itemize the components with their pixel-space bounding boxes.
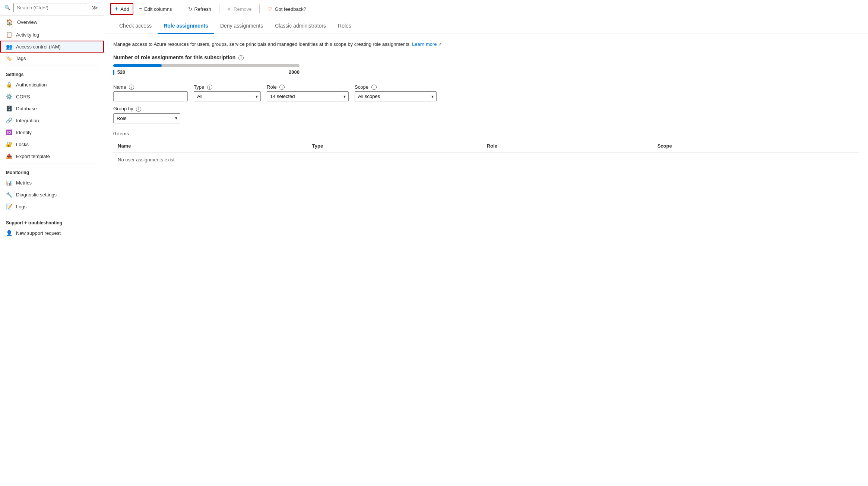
role-info-icon[interactable]: i — [279, 85, 285, 90]
sidebar-item-locks[interactable]: 🔐 Locks — [0, 138, 104, 150]
support-icon: 👤 — [6, 230, 12, 236]
sidebar-item-access-control[interactable]: 👥 Access control (IAM) — [0, 41, 104, 53]
type-filter-group: Type i All ▾ — [194, 84, 261, 102]
group-by-filter-group: Group by i Role ▾ — [113, 106, 180, 123]
toolbar: + Add ≡ Edit columns ↻ Refresh ✕ Remove … — [104, 0, 868, 18]
tab-check-access[interactable]: Check access — [113, 18, 158, 34]
role-filter-select[interactable]: 14 selected — [267, 91, 349, 101]
name-filter-input[interactable] — [113, 91, 188, 101]
body-content: Manage access to Azure resources for use… — [104, 34, 868, 174]
scope-select-wrapper: All scopes ▾ — [355, 91, 437, 101]
progress-bar-track — [113, 64, 300, 67]
progress-bar-fill — [113, 64, 162, 67]
tags-icon: 🏷️ — [6, 56, 12, 61]
scope-filter-select[interactable]: All scopes — [355, 91, 437, 101]
feedback-button[interactable]: ♡ Got feedback? — [263, 4, 310, 14]
iam-icon: 👥 — [6, 44, 12, 50]
logs-icon: 📝 — [6, 203, 12, 209]
sidebar: 🔍 ≫ 🏠 Overview 📋 Activity log 👥 Access c… — [0, 0, 104, 486]
col-role: Role — [482, 139, 653, 153]
group-by-label: Group by i — [113, 106, 180, 112]
progress-marker — [113, 70, 114, 75]
assignments-table: Name Type Role Scope — [113, 139, 859, 166]
heart-icon: ♡ — [267, 6, 272, 12]
table-header: Name Type Role Scope — [113, 139, 859, 153]
settings-divider — [6, 66, 98, 66]
search-input[interactable] — [13, 3, 87, 12]
filters-row-1: Name i Type i All ▾ — [113, 84, 859, 102]
activity-log-icon: 📋 — [6, 32, 12, 38]
database-icon: 🗄️ — [6, 105, 12, 111]
tab-deny-assignments[interactable]: Deny assignments — [214, 18, 269, 34]
content-area: Manage access to Azure resources for use… — [104, 34, 868, 486]
role-filter-label: Role i — [267, 84, 349, 90]
edit-columns-button[interactable]: ≡ Edit columns — [135, 4, 176, 14]
tab-role-assignments[interactable]: Role assignments — [158, 18, 214, 34]
main-area: + Add ≡ Edit columns ↻ Refresh ✕ Remove … — [104, 0, 868, 486]
support-section-title: Support + troubleshooting — [0, 216, 104, 227]
tab-roles[interactable]: Roles — [332, 18, 357, 34]
refresh-button[interactable]: ↻ Refresh — [184, 4, 216, 14]
name-filter-label: Name i — [113, 84, 188, 90]
sidebar-item-identity[interactable]: 🆔 Identity — [0, 126, 104, 138]
sidebar-item-tags[interactable]: 🏷️ Tags — [0, 53, 104, 64]
export-icon: 📤 — [6, 153, 12, 159]
scope-filter-label: Scope i — [355, 84, 437, 90]
search-icon: 🔍 — [4, 5, 10, 10]
integration-icon: 🔗 — [6, 117, 12, 123]
settings-section-title: Settings — [0, 67, 104, 79]
sidebar-item-integration[interactable]: 🔗 Integration — [0, 114, 104, 126]
sidebar-item-overview[interactable]: 🏠 Overview — [0, 16, 104, 29]
table-header-row: Name Type Role Scope — [113, 139, 859, 153]
filters-row-2: Group by i Role ▾ — [113, 106, 859, 123]
type-info-icon[interactable]: i — [207, 85, 212, 90]
sidebar-item-database[interactable]: 🗄️ Database — [0, 102, 104, 114]
role-select-wrapper: 14 selected ▾ — [267, 91, 349, 101]
remove-button[interactable]: ✕ Remove — [223, 4, 256, 14]
sidebar-item-authentication[interactable]: 🔒 Authentication — [0, 79, 104, 91]
monitoring-divider — [6, 164, 98, 164]
tab-classic-admins[interactable]: Classic administrators — [269, 18, 332, 34]
sidebar-item-activity-log[interactable]: 📋 Activity log — [0, 29, 104, 41]
scope-info-icon[interactable]: i — [371, 85, 377, 90]
sidebar-item-metrics[interactable]: 📊 Metrics — [0, 177, 104, 189]
role-filter-group: Role i 14 selected ▾ — [267, 84, 349, 102]
progress-current: 520 — [113, 69, 125, 75]
columns-icon: ≡ — [139, 6, 142, 12]
name-filter-group: Name i — [113, 84, 188, 102]
col-name: Name — [113, 139, 308, 153]
type-filter-label: Type i — [194, 84, 261, 90]
progress-section-title: Number of role assignments for this subs… — [113, 54, 859, 60]
learn-more-link[interactable]: Learn more — [412, 41, 437, 47]
sidebar-item-export-template[interactable]: 📤 Export template — [0, 150, 104, 162]
sidebar-item-logs[interactable]: 📝 Logs — [0, 201, 104, 212]
empty-row: No user assignments exist — [113, 153, 859, 166]
cors-icon: ⚙️ — [6, 94, 12, 100]
section-info-icon[interactable]: i — [238, 55, 244, 60]
metrics-icon: 📊 — [6, 180, 12, 186]
sidebar-item-diagnostic[interactable]: 🔧 Diagnostic settings — [0, 189, 104, 201]
empty-message: No user assignments exist — [113, 153, 859, 166]
type-filter-select[interactable]: All — [194, 91, 261, 101]
toolbar-separator-2 — [219, 4, 219, 13]
group-by-select[interactable]: Role — [113, 113, 180, 123]
group-by-select-wrapper: Role ▾ — [113, 113, 180, 123]
type-select-wrapper: All ▾ — [194, 91, 261, 101]
table-section: 0 items Name Type Role — [113, 131, 859, 166]
identity-icon: 🆔 — [6, 129, 12, 135]
toolbar-separator-1 — [180, 4, 180, 13]
scope-filter-group: Scope i All scopes ▾ — [355, 84, 437, 102]
tabs-bar: Check access Role assignments Deny assig… — [104, 18, 868, 34]
refresh-icon: ↻ — [188, 6, 192, 12]
search-bar: 🔍 ≫ — [0, 0, 104, 16]
sidebar-item-cors[interactable]: ⚙️ CORS — [0, 91, 104, 102]
toolbar-separator-3 — [259, 4, 260, 13]
name-info-icon[interactable]: i — [129, 85, 134, 90]
plus-icon: + — [115, 6, 118, 12]
collapse-button[interactable]: ≫ — [90, 3, 99, 12]
diagnostic-icon: 🔧 — [6, 192, 12, 198]
group-by-info-icon[interactable]: i — [136, 107, 141, 112]
add-button[interactable]: + Add — [110, 3, 133, 15]
progress-labels: 520 2000 — [113, 69, 300, 75]
sidebar-item-new-support[interactable]: 👤 New support request — [0, 227, 104, 239]
